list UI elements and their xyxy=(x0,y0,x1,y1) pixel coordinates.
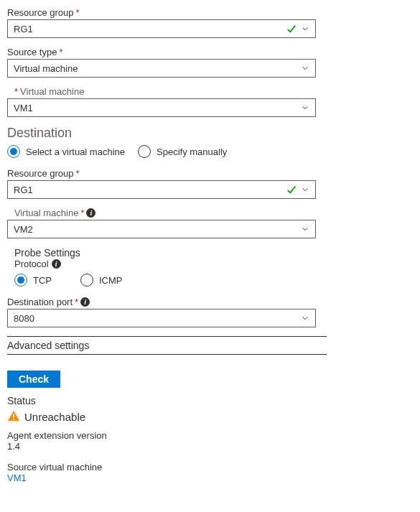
chevron-down-icon xyxy=(301,24,309,33)
radio-icon xyxy=(14,274,27,287)
status-row: Unreachable xyxy=(7,409,413,424)
required-asterisk: * xyxy=(76,7,80,18)
dest-vm-label: Virtual machine* i xyxy=(7,208,413,218)
radio-icmp[interactable]: ICMP xyxy=(80,274,123,287)
warning-icon xyxy=(7,409,20,424)
dest-vm-select[interactable]: VM2 xyxy=(7,220,316,238)
select-value: RG1 xyxy=(14,24,301,34)
source-vm-label: * Virtual machine xyxy=(7,86,413,97)
select-value: RG1 xyxy=(14,185,301,195)
label-text: Virtual machine xyxy=(20,86,84,97)
dest-resource-group-select[interactable]: RG1 xyxy=(7,180,316,199)
source-vm-result: Source virtual machine VM1 xyxy=(7,462,413,483)
label-text: Resource group xyxy=(7,168,74,179)
required-asterisk: * xyxy=(75,297,78,307)
protocol-radiogroup: TCP ICMP xyxy=(7,274,413,287)
agent-version-label: Agent extension version xyxy=(7,430,413,441)
required-asterisk: * xyxy=(59,47,62,57)
required-asterisk: * xyxy=(80,208,84,218)
chevron-down-icon xyxy=(301,314,309,322)
source-type-select[interactable]: Virtual machine xyxy=(7,59,316,78)
check-button[interactable]: Check xyxy=(7,371,60,388)
advanced-settings-toggle[interactable]: Advanced settings xyxy=(7,336,327,355)
dest-port-label: Destination port * i xyxy=(7,297,413,307)
radio-label: TCP xyxy=(33,275,52,286)
source-resource-group-select[interactable]: RG1 xyxy=(7,19,316,38)
label-text: Virtual machine xyxy=(14,208,78,218)
destination-heading: Destination xyxy=(7,126,413,141)
source-vm-result-link[interactable]: VM1 xyxy=(7,473,413,483)
required-asterisk: * xyxy=(76,168,80,179)
status-heading: Status xyxy=(7,395,413,406)
svg-rect-2 xyxy=(13,419,14,420)
chevron-down-icon xyxy=(301,225,309,233)
probe-settings-heading: Probe Settings xyxy=(7,247,413,259)
dest-port-select[interactable]: 8080 xyxy=(7,309,316,327)
info-icon[interactable]: i xyxy=(86,208,95,218)
radio-specify-manually[interactable]: Specify manually xyxy=(138,145,227,158)
protocol-label: Protocol i xyxy=(7,259,413,269)
label-text: Source type xyxy=(7,47,57,57)
chevron-down-icon xyxy=(301,185,309,194)
chevron-down-icon xyxy=(301,103,309,112)
radio-tcp[interactable]: TCP xyxy=(14,274,52,287)
select-value: Virtual machine xyxy=(14,63,301,74)
destination-mode-radiogroup: Select a virtual machine Specify manuall… xyxy=(7,145,413,158)
source-vm-select[interactable]: VM1 xyxy=(7,98,316,117)
radio-icon xyxy=(80,274,93,287)
radio-label: Specify manually xyxy=(157,146,227,157)
svg-rect-1 xyxy=(13,414,14,417)
select-value: VM2 xyxy=(14,224,301,235)
info-icon[interactable]: i xyxy=(80,297,90,307)
radio-label: ICMP xyxy=(99,275,123,286)
dest-resource-group-label: Resource group * xyxy=(7,168,413,179)
required-asterisk: * xyxy=(14,86,18,97)
label-text: Resource group xyxy=(7,7,74,18)
radio-label: Select a virtual machine xyxy=(26,146,125,157)
source-vm-result-label: Source virtual machine xyxy=(7,462,413,473)
radio-icon xyxy=(7,145,20,158)
select-value: VM1 xyxy=(14,103,301,113)
chevron-down-icon xyxy=(301,64,309,73)
source-type-label: Source type * xyxy=(7,47,413,57)
label-text: Destination port xyxy=(7,297,73,307)
source-resource-group-label: Resource group * xyxy=(7,7,413,18)
status-value: Unreachable xyxy=(24,411,85,423)
radio-icon xyxy=(138,145,151,158)
radio-select-vm[interactable]: Select a virtual machine xyxy=(7,145,125,158)
advanced-label: Advanced settings xyxy=(7,340,89,351)
agent-version: Agent extension version 1.4 xyxy=(7,430,413,452)
validated-check-icon xyxy=(286,185,297,195)
select-value: 8080 xyxy=(14,313,301,324)
validated-check-icon xyxy=(286,24,297,34)
agent-version-value: 1.4 xyxy=(7,441,413,452)
info-icon[interactable]: i xyxy=(52,259,61,269)
label-text: Protocol xyxy=(14,259,49,269)
